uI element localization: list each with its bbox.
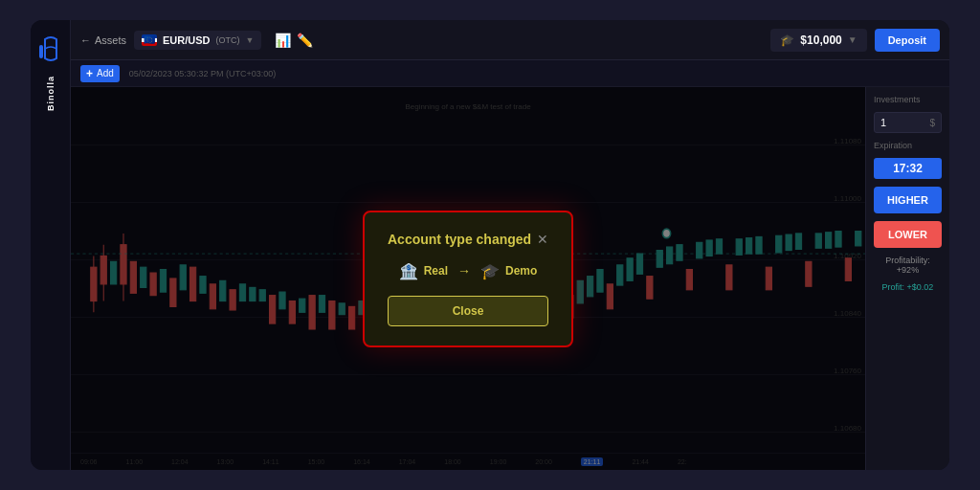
add-label: Add — [97, 68, 114, 78]
assets-button[interactable]: ← Assets — [80, 34, 126, 46]
balance-amount-label: $10,000 — [800, 33, 841, 47]
expiration-display[interactable]: 17:32 — [874, 158, 942, 179]
from-account-label: Real — [424, 264, 448, 278]
profit-label: Profit: +$0.02 — [874, 282, 942, 292]
to-account-type: 🎓 Demo — [480, 262, 537, 280]
modal-overlay: Account type changed ✕ 🏦 Real → 🎓 D — [71, 87, 865, 470]
account-type-modal: Account type changed ✕ 🏦 Real → 🎓 D — [363, 211, 573, 347]
svg-rect-0 — [39, 45, 43, 58]
assets-arrow-icon: ← — [80, 34, 91, 46]
brand-logo: Binolla — [37, 35, 64, 111]
modal-body: 🏦 Real → 🎓 Demo — [388, 262, 548, 280]
top-header: ← Assets 🇪🇺 EUR/USD (OTC) ▼ 📊 ✏️ 🎓 $10 — [71, 20, 949, 60]
investments-label: Investments — [874, 95, 942, 104]
sub-header: + Add 05/02/2023 05:30:32 PM (UTC+03:00) — [71, 60, 949, 87]
pair-type-badge: (OTC) — [216, 35, 240, 45]
higher-button[interactable]: HIGHER — [874, 187, 942, 213]
pair-dropdown-icon: ▼ — [246, 35, 255, 45]
chart-tools: 📊 ✏️ — [275, 33, 313, 48]
investment-currency: $ — [929, 118, 935, 128]
pair-name-label: EUR/USD — [163, 34, 211, 46]
eur-flag-icon: 🇪🇺 — [142, 34, 157, 46]
chart-indicator-icon[interactable]: 📊 — [275, 33, 291, 48]
real-account-icon: 🏦 — [399, 262, 418, 280]
body-area: 1.11080 1.11000 1.10920 1.10840 1.10760 … — [71, 87, 949, 470]
pair-selector[interactable]: 🇪🇺 EUR/USD (OTC) ▼ — [134, 31, 261, 50]
to-account-label: Demo — [505, 264, 537, 278]
header-right: 🎓 $10,000 ▼ Deposit — [770, 29, 940, 52]
investment-input[interactable]: 1 $ — [874, 112, 942, 133]
expiration-label: Expiration — [874, 141, 942, 150]
assets-label: Assets — [95, 34, 126, 46]
investment-value: 1 — [880, 117, 886, 128]
brand-name-label: Binolla — [46, 76, 56, 111]
modal-close-x-button[interactable]: ✕ — [537, 233, 548, 246]
deposit-button[interactable]: Deposit — [875, 29, 940, 52]
modal-header: Account type changed ✕ — [388, 232, 548, 247]
modal-title: Account type changed — [388, 232, 531, 247]
right-sidebar: Investments 1 $ Expiration 17:32 HIGHER … — [865, 87, 949, 470]
header-left: ← Assets 🇪🇺 EUR/USD (OTC) ▼ 📊 ✏️ — [80, 31, 763, 50]
profitability-label: Profitability: +92% — [874, 256, 942, 275]
balance-icon: 🎓 — [780, 33, 794, 47]
chart-area: 1.11080 1.11000 1.10920 1.10840 1.10760 … — [71, 87, 865, 470]
timestamp-label: 05/02/2023 05:30:32 PM (UTC+03:00) — [129, 69, 276, 78]
add-tab-button[interactable]: + Add — [80, 65, 120, 82]
main-content: ← Assets 🇪🇺 EUR/USD (OTC) ▼ 📊 ✏️ 🎓 $10 — [71, 20, 949, 470]
chart-draw-icon[interactable]: ✏️ — [297, 33, 313, 48]
main-screen: Binolla ← Assets 🇪🇺 EUR/USD (OTC) ▼ 📊 ✏️ — [31, 20, 949, 470]
from-account-type: 🏦 Real — [399, 262, 448, 280]
lower-button[interactable]: LOWER — [874, 221, 942, 248]
balance-button[interactable]: 🎓 $10,000 ▼ — [770, 29, 866, 52]
balance-dropdown-icon: ▼ — [848, 34, 858, 45]
demo-account-icon: 🎓 — [480, 262, 500, 280]
brand-strip: Binolla — [31, 20, 71, 470]
binolla-logo-icon — [37, 35, 64, 62]
add-icon: + — [86, 67, 93, 80]
arrow-icon: → — [457, 263, 471, 278]
modal-close-button[interactable]: Close — [388, 296, 548, 326]
